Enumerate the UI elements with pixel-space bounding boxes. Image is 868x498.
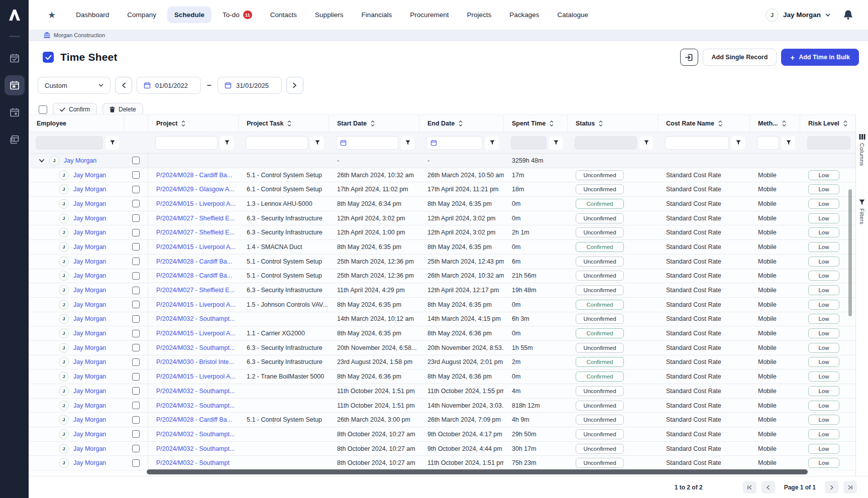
nav-item-suppliers[interactable]: Suppliers bbox=[308, 7, 350, 23]
table-row[interactable]: J Jay Morgan P/2024/M028 - Cardiff Ba...… bbox=[29, 255, 855, 269]
employee-funnel-icon[interactable] bbox=[105, 136, 119, 150]
status-badge[interactable]: Unconfirmed bbox=[576, 444, 624, 454]
employee-link[interactable]: Jay Morgan bbox=[73, 416, 106, 423]
prev-page-button[interactable] bbox=[762, 481, 775, 493]
status-funnel-icon[interactable] bbox=[639, 136, 653, 150]
employee-link[interactable]: Jay Morgan bbox=[73, 344, 106, 351]
status-badge[interactable]: Unconfirmed bbox=[576, 429, 624, 439]
sidebar-item-timesheet[interactable] bbox=[5, 75, 25, 95]
table-row[interactable]: J Jay Morgan P/2024/M032 - Southampt... … bbox=[29, 341, 855, 355]
employee-link[interactable]: Jay Morgan bbox=[73, 243, 106, 251]
project-link[interactable]: P/2024/M027 - Sheffield E... bbox=[156, 229, 235, 236]
employee-link[interactable]: Jay Morgan bbox=[73, 215, 106, 222]
table-row[interactable]: J Jay Morgan P/2024/M029 - Glasgow A... … bbox=[29, 182, 855, 197]
row-checkbox[interactable] bbox=[132, 330, 140, 337]
table-row[interactable]: J Jay Morgan P/2024/M032 - Southampt 8th… bbox=[29, 456, 855, 470]
column-header-method[interactable]: Meth... bbox=[750, 115, 800, 132]
date-from-input[interactable]: 01/01/2022 bbox=[137, 77, 201, 94]
employee-link[interactable]: Jay Morgan bbox=[73, 301, 106, 308]
status-badge[interactable]: Unconfirmed bbox=[576, 415, 624, 425]
nav-item-company[interactable]: Company bbox=[120, 7, 163, 23]
group-row[interactable]: J Jay Morgan - - 3259h 48m bbox=[29, 154, 855, 168]
risk-badge[interactable]: Low bbox=[808, 271, 839, 281]
risk-badge[interactable]: Low bbox=[808, 242, 839, 252]
status-badge[interactable]: Unconfirmed bbox=[576, 257, 624, 267]
status-badge[interactable]: Confirmed bbox=[576, 199, 624, 209]
risk-badge[interactable]: Low bbox=[808, 199, 839, 209]
columns-panel-toggle[interactable]: Columns bbox=[859, 134, 865, 166]
row-checkbox[interactable] bbox=[132, 272, 140, 280]
add-time-in-bulk-button[interactable]: +Add Time in Bulk bbox=[781, 49, 859, 66]
employee-link[interactable]: Jay Morgan bbox=[73, 315, 106, 322]
table-row[interactable]: J Jay Morgan P/2024/M015 - Liverpool A..… bbox=[29, 240, 855, 255]
status-badge[interactable]: Confirmed bbox=[576, 371, 624, 382]
employee-link[interactable]: Jay Morgan bbox=[73, 402, 106, 409]
employee-link[interactable]: Jay Morgan bbox=[73, 373, 106, 380]
employee-link[interactable]: Jay Morgan bbox=[73, 186, 106, 193]
project-link[interactable]: P/2024/M015 - Liverpool A... bbox=[156, 330, 236, 337]
project-link[interactable]: P/2024/M015 - Liverpool A... bbox=[156, 373, 236, 380]
column-header-start-date[interactable]: Start Date bbox=[329, 115, 419, 132]
user-menu[interactable]: J Jay Morgan bbox=[766, 9, 830, 22]
employee-link[interactable]: Jay Morgan bbox=[73, 459, 106, 466]
last-page-button[interactable] bbox=[843, 481, 857, 493]
favorites-star-icon[interactable]: ★ bbox=[48, 10, 56, 21]
nav-item-procurement[interactable]: Procurement bbox=[403, 7, 456, 23]
next-period-button[interactable] bbox=[286, 77, 303, 94]
risk-badge[interactable]: Low bbox=[808, 444, 839, 454]
status-badge[interactable]: Unconfirmed bbox=[576, 386, 624, 396]
horizontal-scrollbar[interactable] bbox=[147, 469, 808, 474]
sort-icon[interactable] bbox=[459, 120, 463, 127]
project-link[interactable]: P/2024/M028 - Cardiff Ba... bbox=[156, 416, 232, 423]
status-badge[interactable]: Confirmed bbox=[576, 328, 624, 338]
nav-item-contacts[interactable]: Contacts bbox=[263, 7, 304, 23]
employee-link[interactable]: Jay Morgan bbox=[73, 358, 106, 365]
nav-item-packages[interactable]: Packages bbox=[502, 7, 546, 23]
table-row[interactable]: J Jay Morgan P/2024/M032 - Southampt... … bbox=[29, 399, 855, 413]
nav-item-catalogue[interactable]: Catalogue bbox=[551, 7, 596, 23]
sort-icon[interactable] bbox=[782, 120, 786, 127]
project-link[interactable]: P/2024/M028 - Cardiff Ba... bbox=[156, 272, 232, 279]
risk-badge[interactable]: Low bbox=[808, 458, 839, 468]
employee-link[interactable]: Jay Morgan bbox=[73, 200, 106, 207]
next-page-button[interactable] bbox=[825, 481, 838, 493]
project-filter-input[interactable] bbox=[155, 136, 218, 150]
row-checkbox[interactable] bbox=[132, 430, 140, 438]
risk-badge[interactable]: Low bbox=[808, 357, 839, 367]
project-link[interactable]: P/2024/M015 - Liverpool A... bbox=[156, 200, 236, 207]
project-link[interactable]: P/2024/M032 - Southampt bbox=[156, 459, 230, 466]
risk-badge[interactable]: Low bbox=[808, 170, 839, 180]
risk-badge[interactable]: Low bbox=[808, 300, 839, 310]
row-checkbox[interactable] bbox=[132, 315, 140, 323]
column-header-project-task[interactable]: Project Task bbox=[239, 115, 329, 132]
status-badge[interactable]: Unconfirmed bbox=[576, 227, 624, 237]
end-date-funnel-icon[interactable] bbox=[485, 136, 499, 150]
project-link[interactable]: P/2024/M032 - Southampt... bbox=[156, 388, 235, 395]
risk-badge[interactable]: Low bbox=[808, 415, 839, 425]
project-link[interactable]: P/2024/M032 - Southampt... bbox=[156, 315, 235, 322]
app-logo[interactable] bbox=[0, 0, 29, 30]
row-checkbox[interactable] bbox=[132, 258, 140, 265]
group-employee-link[interactable]: Jay Morgan bbox=[64, 157, 96, 164]
employee-link[interactable]: Jay Morgan bbox=[73, 388, 106, 395]
nav-item-todo[interactable]: To-do11 bbox=[215, 6, 259, 24]
cost-rate-filter-input[interactable] bbox=[665, 136, 729, 150]
table-row[interactable]: J Jay Morgan P/2024/M015 - Liverpool A..… bbox=[29, 326, 855, 341]
sort-icon[interactable] bbox=[843, 120, 847, 127]
sidebar-item-reports[interactable] bbox=[5, 130, 25, 150]
table-row[interactable]: J Jay Morgan P/2024/M032 - Southampt... … bbox=[29, 312, 855, 327]
table-row[interactable]: J Jay Morgan P/2024/M028 - Cardiff Ba...… bbox=[29, 413, 855, 427]
method-funnel-icon[interactable] bbox=[782, 136, 795, 150]
filters-panel-toggle[interactable]: Filters bbox=[859, 199, 865, 224]
row-checkbox[interactable] bbox=[132, 200, 140, 207]
employee-link[interactable]: Jay Morgan bbox=[73, 445, 106, 452]
spent-time-funnel-icon[interactable] bbox=[549, 136, 563, 150]
project-link[interactable]: P/2024/M030 - Bristol Inte... bbox=[156, 358, 234, 365]
column-header-cost-rate-name[interactable]: Cost Rate Name bbox=[658, 115, 750, 132]
employee-link[interactable]: Jay Morgan bbox=[73, 287, 106, 294]
sort-icon[interactable] bbox=[371, 120, 375, 127]
employee-link[interactable]: Jay Morgan bbox=[73, 229, 106, 236]
table-row[interactable]: J Jay Morgan P/2024/M032 - Southampt... … bbox=[29, 384, 855, 399]
status-badge[interactable]: Confirmed bbox=[576, 300, 624, 310]
project-link[interactable]: P/2024/M027 - Sheffield E... bbox=[156, 215, 235, 222]
